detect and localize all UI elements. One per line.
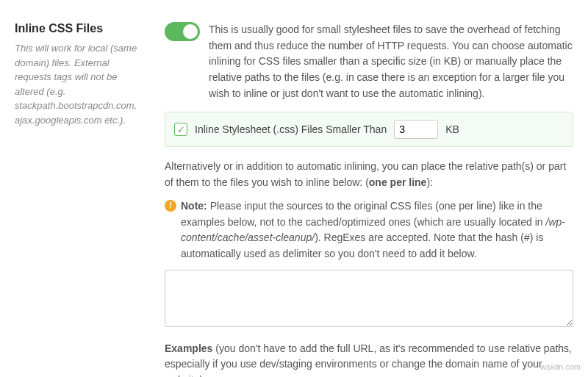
alt-instructions: Alternatively or in addition to automati… (165, 159, 573, 190)
warning-icon: ! (165, 200, 176, 212)
inline-paths-textarea[interactable] (165, 270, 573, 327)
note-text-1: Please input the sources to the original… (181, 200, 546, 228)
check-icon: ✓ (177, 124, 185, 135)
note-label: Note: (181, 200, 207, 212)
main-content: This is usually good for small styleshee… (165, 22, 573, 377)
watermark: wsxdn.com (540, 362, 581, 371)
inline-threshold-label: Inline Stylesheet (.css) Files Smaller T… (195, 123, 387, 135)
inline-threshold-checkbox[interactable]: ✓ (174, 123, 187, 136)
sidebar: Inline CSS Files This will work for loca… (15, 22, 147, 377)
inline-threshold-box: ✓ Inline Stylesheet (.css) Files Smaller… (165, 112, 573, 147)
note-block: ! Note: Please input the sources to the … (165, 198, 573, 262)
inline-threshold-unit: KB (445, 123, 459, 135)
toggle-knob (183, 24, 198, 39)
inline-threshold-input[interactable] (394, 120, 438, 139)
section-subtitle: This will work for local (same domain) f… (15, 41, 147, 127)
feature-description: This is usually good for small styleshee… (209, 22, 573, 101)
enable-toggle[interactable] (165, 22, 200, 41)
examples-heading: Examples (you don't have to add the full… (165, 341, 573, 377)
section-title: Inline CSS Files (15, 22, 147, 35)
